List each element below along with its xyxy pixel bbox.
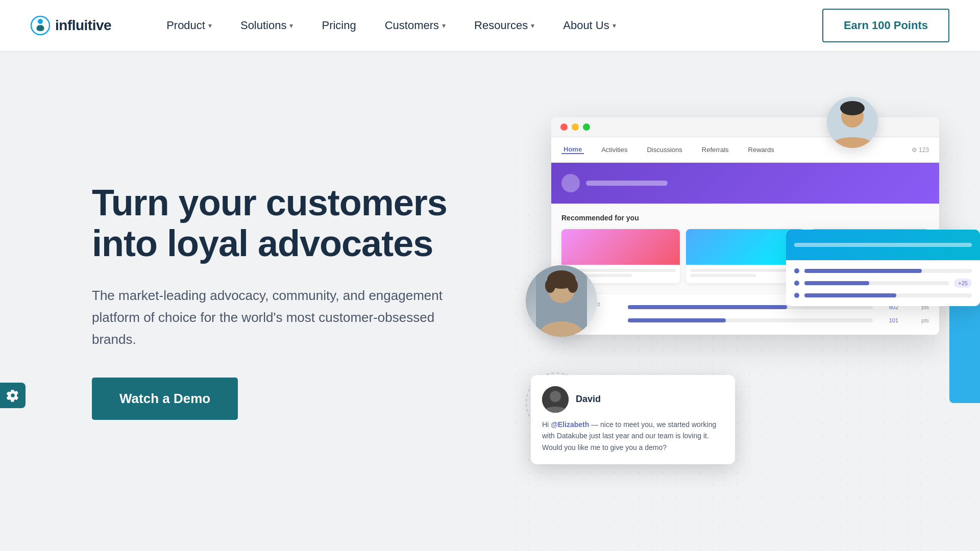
overlay-card-header bbox=[786, 230, 980, 260]
overlay-bar-fill-1 bbox=[804, 269, 922, 273]
window-banner bbox=[551, 163, 939, 204]
overlay-card-body: +25 bbox=[786, 260, 980, 306]
hero-section: Turn your customers into loyal advocates… bbox=[0, 51, 980, 551]
recommended-label: Recommended for you bbox=[561, 214, 929, 222]
window-nav-home[interactable]: Home bbox=[561, 145, 584, 154]
logo-icon bbox=[31, 16, 50, 35]
brand-name: influitive bbox=[55, 17, 111, 34]
overlay-card: +25 bbox=[786, 230, 980, 306]
window-maximize-dot bbox=[583, 123, 590, 131]
chat-avatar bbox=[542, 386, 569, 413]
nav-item-product[interactable]: Product ▾ bbox=[152, 0, 226, 51]
svg-point-1 bbox=[38, 19, 43, 24]
overlay-dot-2 bbox=[794, 281, 799, 286]
gear-widget[interactable] bbox=[0, 383, 26, 408]
rec-card-bar-short-2 bbox=[690, 274, 756, 277]
hero-title: Turn your customers into loyal advocates bbox=[92, 182, 480, 264]
rec-card-bar-2 bbox=[690, 269, 800, 272]
hero-visual: Home Activities Discussions Referrals Re… bbox=[510, 97, 980, 505]
float-avatar-man bbox=[827, 97, 878, 148]
svg-point-9 bbox=[840, 101, 865, 115]
chat-header: David bbox=[542, 386, 724, 413]
window-titlebar bbox=[551, 117, 939, 137]
gear-icon bbox=[6, 389, 19, 402]
hero-content: Turn your customers into loyal advocates… bbox=[92, 182, 480, 420]
window-nav-user: ⚙ 123 bbox=[912, 146, 929, 154]
navbar: influitive Product ▾ Solutions ▾ Pricing… bbox=[0, 0, 980, 51]
overlay-tag: +25 bbox=[954, 279, 972, 288]
overlay-bar-bg-3 bbox=[804, 293, 972, 297]
chat-message: Hi @Elizabeth — nice to meet you, we sta… bbox=[542, 419, 724, 453]
float-avatar-image bbox=[827, 97, 878, 148]
overlay-bar-fill-3 bbox=[804, 293, 896, 297]
nav-item-resources[interactable]: Resources ▾ bbox=[460, 0, 549, 51]
window-nav-rewards[interactable]: Rewards bbox=[746, 146, 776, 154]
prog-bar-bg-2 bbox=[628, 318, 873, 322]
overlay-bar-fill-2 bbox=[804, 281, 869, 285]
chat-avatar-image bbox=[542, 386, 569, 413]
prog-points-2: 101 bbox=[878, 317, 898, 323]
person-avatar bbox=[526, 265, 597, 337]
overlay-bar-bg-2 bbox=[804, 281, 949, 285]
resources-chevron-icon: ▾ bbox=[531, 21, 534, 30]
overlay-bar-bg-1 bbox=[804, 269, 972, 273]
svg-point-5 bbox=[545, 279, 555, 293]
nav-item-pricing[interactable]: Pricing bbox=[307, 0, 370, 51]
banner-bar bbox=[586, 181, 668, 186]
overlay-card-bar bbox=[794, 243, 972, 247]
earn-points-button[interactable]: Earn 100 Points bbox=[822, 9, 949, 42]
window-nav-activities[interactable]: Activities bbox=[599, 146, 629, 154]
customers-chevron-icon: ▾ bbox=[442, 21, 446, 30]
nav-item-customers[interactable]: Customers ▾ bbox=[371, 0, 460, 51]
overlay-row-2: +25 bbox=[794, 279, 972, 288]
prog-row-2: 101 pts bbox=[561, 317, 929, 323]
window-nav-referrals[interactable]: Referrals bbox=[700, 146, 731, 154]
rec-card-image-1 bbox=[561, 229, 680, 265]
svg-point-6 bbox=[568, 279, 578, 293]
person-avatar-image bbox=[536, 265, 587, 337]
window-minimize-dot bbox=[572, 123, 579, 131]
logo[interactable]: influitive bbox=[31, 16, 111, 35]
prog-pts-2: pts bbox=[903, 317, 929, 323]
watch-demo-button[interactable]: Watch a Demo bbox=[92, 378, 238, 420]
nav-item-about-us[interactable]: About Us ▾ bbox=[549, 0, 630, 51]
overlay-dot-3 bbox=[794, 293, 799, 298]
solutions-chevron-icon: ▾ bbox=[289, 21, 293, 30]
window-nav: Home Activities Discussions Referrals Re… bbox=[551, 137, 939, 163]
product-chevron-icon: ▾ bbox=[208, 21, 212, 30]
about-us-chevron-icon: ▾ bbox=[612, 21, 616, 30]
teal-edge-decoration bbox=[949, 301, 980, 403]
banner-circle bbox=[561, 174, 580, 192]
hero-subtitle: The market-leading advocacy, community, … bbox=[92, 285, 480, 350]
prog-bar-fill-1 bbox=[628, 305, 787, 309]
window-close-dot bbox=[560, 123, 568, 131]
overlay-rows: +25 bbox=[794, 268, 972, 298]
nav-links: Product ▾ Solutions ▾ Pricing Customers … bbox=[152, 0, 822, 51]
nav-item-solutions[interactable]: Solutions ▾ bbox=[226, 0, 308, 51]
svg-point-11 bbox=[550, 391, 561, 402]
overlay-row-3 bbox=[794, 293, 972, 298]
overlay-row-1 bbox=[794, 268, 972, 273]
overlay-dot-1 bbox=[794, 268, 799, 273]
chat-bubble: David Hi @Elizabeth — nice to meet you, … bbox=[531, 375, 735, 464]
window-nav-discussions[interactable]: Discussions bbox=[645, 146, 684, 154]
prog-bar-fill-2 bbox=[628, 318, 726, 322]
chat-mention: @Elizabeth bbox=[551, 420, 589, 429]
chat-sender-name: David bbox=[576, 394, 601, 405]
